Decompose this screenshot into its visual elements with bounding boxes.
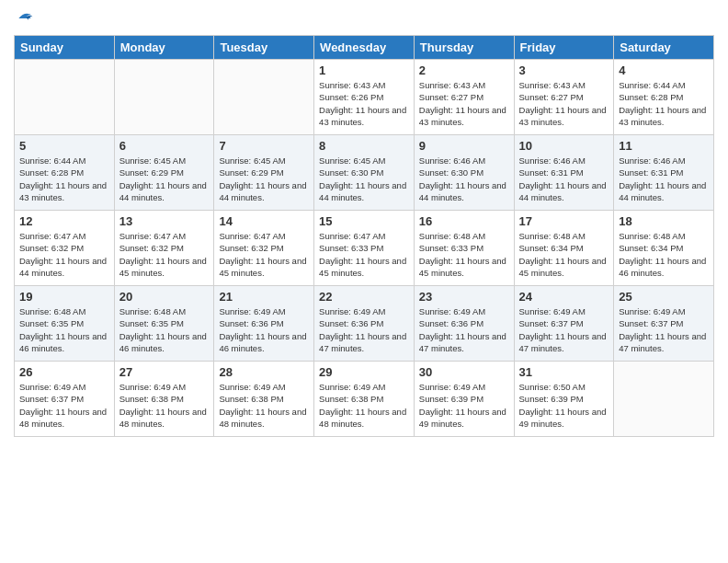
day-number: 23 [419, 290, 509, 304]
cell-sunset: Sunset: 6:36 PM [419, 318, 483, 328]
day-number: 31 [519, 365, 609, 379]
calendar-cell: 23Sunrise: 6:49 AMSunset: 6:36 PMDayligh… [414, 286, 514, 362]
cell-sunset: Sunset: 6:32 PM [119, 243, 184, 253]
cell-sunrise: Sunrise: 6:49 AM [19, 382, 85, 392]
calendar-cell: 5Sunrise: 6:44 AMSunset: 6:28 PMDaylight… [15, 135, 115, 211]
calendar-cell: 24Sunrise: 6:49 AMSunset: 6:37 PMDayligh… [514, 286, 614, 362]
day-number: 14 [219, 214, 309, 228]
calendar-cell: 11Sunrise: 6:46 AMSunset: 6:31 PMDayligh… [614, 135, 714, 211]
calendar-cell: 22Sunrise: 6:49 AMSunset: 6:36 PMDayligh… [314, 286, 415, 362]
calendar-cell: 21Sunrise: 6:49 AMSunset: 6:36 PMDayligh… [214, 286, 314, 362]
cell-sunset: Sunset: 6:28 PM [619, 92, 683, 102]
cell-daylight: Daylight: 11 hours and 44 minutes. [419, 180, 506, 202]
day-number: 20 [119, 290, 210, 304]
cell-sunset: Sunset: 6:38 PM [119, 394, 184, 404]
cell-sunset: Sunset: 6:27 PM [419, 92, 483, 102]
cell-daylight: Daylight: 11 hours and 45 minutes. [319, 256, 406, 278]
calendar-cell: 15Sunrise: 6:47 AMSunset: 6:33 PMDayligh… [314, 211, 415, 286]
cell-sunrise: Sunrise: 6:48 AM [19, 306, 85, 316]
cell-sunset: Sunset: 6:29 PM [219, 167, 283, 178]
cell-sunrise: Sunrise: 6:47 AM [19, 231, 85, 241]
cell-sunset: Sunset: 6:36 PM [219, 318, 283, 328]
cell-sunrise: Sunrise: 6:43 AM [419, 80, 485, 90]
cell-sunset: Sunset: 6:37 PM [519, 318, 584, 328]
cell-daylight: Daylight: 11 hours and 43 minutes. [519, 105, 607, 127]
cell-daylight: Daylight: 11 hours and 48 minutes. [319, 407, 406, 429]
calendar-week-row: 1Sunrise: 6:43 AMSunset: 6:26 PMDaylight… [15, 60, 714, 135]
calendar-table: SundayMondayTuesdayWednesdayThursdayFrid… [14, 35, 714, 437]
weekday-header-wednesday: Wednesday [314, 36, 415, 60]
calendar-week-row: 26Sunrise: 6:49 AMSunset: 6:37 PMDayligh… [15, 362, 714, 437]
cell-daylight: Daylight: 11 hours and 49 minutes. [419, 407, 506, 429]
cell-daylight: Daylight: 11 hours and 46 minutes. [219, 331, 306, 353]
cell-sunrise: Sunrise: 6:49 AM [319, 306, 385, 316]
cell-sunset: Sunset: 6:38 PM [219, 394, 283, 404]
cell-daylight: Daylight: 11 hours and 47 minutes. [519, 331, 607, 353]
cell-daylight: Daylight: 11 hours and 48 minutes. [219, 407, 306, 429]
logo [14, 9, 34, 28]
cell-sunrise: Sunrise: 6:47 AM [219, 231, 285, 241]
day-number: 6 [119, 139, 210, 153]
day-number: 19 [19, 290, 109, 304]
cell-sunset: Sunset: 6:37 PM [19, 394, 84, 404]
cell-daylight: Daylight: 11 hours and 49 minutes. [519, 407, 607, 429]
cell-sunset: Sunset: 6:39 PM [519, 394, 584, 404]
cell-daylight: Daylight: 11 hours and 44 minutes. [519, 180, 607, 202]
cell-sunset: Sunset: 6:28 PM [19, 167, 84, 178]
calendar-cell: 20Sunrise: 6:48 AMSunset: 6:35 PMDayligh… [114, 286, 214, 362]
calendar-cell: 25Sunrise: 6:49 AMSunset: 6:37 PMDayligh… [614, 286, 714, 362]
cell-daylight: Daylight: 11 hours and 44 minutes. [319, 180, 406, 202]
day-number: 24 [519, 290, 609, 304]
cell-sunset: Sunset: 6:35 PM [119, 318, 184, 328]
calendar-cell: 27Sunrise: 6:49 AMSunset: 6:38 PMDayligh… [114, 362, 214, 437]
cell-sunrise: Sunrise: 6:45 AM [219, 155, 285, 166]
day-number: 21 [219, 290, 309, 304]
cell-sunrise: Sunrise: 6:49 AM [419, 382, 485, 392]
calendar-cell [114, 60, 214, 135]
cell-daylight: Daylight: 11 hours and 45 minutes. [519, 256, 607, 278]
cell-sunset: Sunset: 6:39 PM [419, 394, 483, 404]
cell-daylight: Daylight: 11 hours and 46 minutes. [119, 331, 207, 353]
cell-sunset: Sunset: 6:37 PM [619, 318, 683, 328]
calendar-cell: 19Sunrise: 6:48 AMSunset: 6:35 PMDayligh… [15, 286, 115, 362]
cell-daylight: Daylight: 11 hours and 48 minutes. [119, 407, 207, 429]
cell-sunset: Sunset: 6:35 PM [19, 318, 84, 328]
day-number: 9 [419, 139, 509, 153]
day-number: 27 [119, 365, 210, 379]
cell-sunrise: Sunrise: 6:47 AM [319, 231, 385, 241]
calendar-cell [614, 362, 714, 437]
calendar-cell: 28Sunrise: 6:49 AMSunset: 6:38 PMDayligh… [214, 362, 314, 437]
cell-daylight: Daylight: 11 hours and 43 minutes. [319, 105, 406, 127]
cell-sunrise: Sunrise: 6:48 AM [419, 231, 485, 241]
day-number: 26 [19, 365, 109, 379]
calendar-cell: 17Sunrise: 6:48 AMSunset: 6:34 PMDayligh… [514, 211, 614, 286]
cell-sunrise: Sunrise: 6:45 AM [119, 155, 186, 166]
calendar-cell: 8Sunrise: 6:45 AMSunset: 6:30 PMDaylight… [314, 135, 415, 211]
day-number: 16 [419, 214, 509, 228]
cell-daylight: Daylight: 11 hours and 46 minutes. [19, 331, 107, 353]
calendar-week-row: 12Sunrise: 6:47 AMSunset: 6:32 PMDayligh… [15, 211, 714, 286]
cell-sunset: Sunset: 6:33 PM [419, 243, 483, 253]
cell-daylight: Daylight: 11 hours and 43 minutes. [419, 105, 506, 127]
calendar-cell: 31Sunrise: 6:50 AMSunset: 6:39 PMDayligh… [514, 362, 614, 437]
cell-sunset: Sunset: 6:32 PM [19, 243, 84, 253]
day-number: 3 [519, 63, 609, 77]
cell-sunset: Sunset: 6:36 PM [319, 318, 383, 328]
cell-sunset: Sunset: 6:38 PM [319, 394, 383, 404]
weekday-header-saturday: Saturday [614, 36, 714, 60]
calendar-body: 1Sunrise: 6:43 AMSunset: 6:26 PMDaylight… [15, 60, 714, 437]
cell-daylight: Daylight: 11 hours and 43 minutes. [19, 180, 107, 202]
cell-sunrise: Sunrise: 6:46 AM [619, 155, 685, 166]
cell-sunrise: Sunrise: 6:45 AM [319, 155, 385, 166]
day-number: 15 [319, 214, 409, 228]
page: SundayMondayTuesdayWednesdayThursdayFrid… [0, 0, 728, 563]
calendar-cell: 16Sunrise: 6:48 AMSunset: 6:33 PMDayligh… [414, 211, 514, 286]
cell-sunset: Sunset: 6:27 PM [519, 92, 584, 102]
calendar-cell: 7Sunrise: 6:45 AMSunset: 6:29 PMDaylight… [214, 135, 314, 211]
cell-sunrise: Sunrise: 6:49 AM [219, 306, 285, 316]
calendar-cell: 3Sunrise: 6:43 AMSunset: 6:27 PMDaylight… [514, 60, 614, 135]
calendar-cell: 9Sunrise: 6:46 AMSunset: 6:30 PMDaylight… [414, 135, 514, 211]
cell-sunrise: Sunrise: 6:46 AM [519, 155, 586, 166]
calendar-cell: 10Sunrise: 6:46 AMSunset: 6:31 PMDayligh… [514, 135, 614, 211]
cell-sunrise: Sunrise: 6:49 AM [319, 382, 385, 392]
